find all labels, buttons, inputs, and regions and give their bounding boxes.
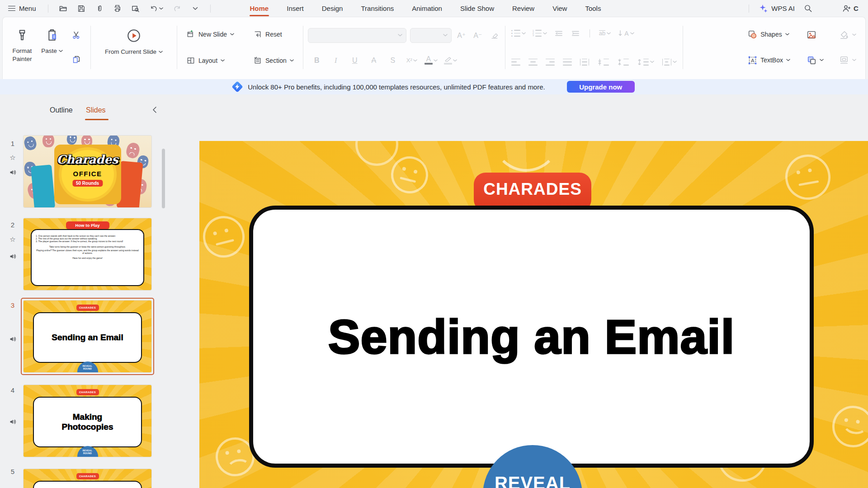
tab-design[interactable]: Design <box>315 0 350 17</box>
increase-indent-button[interactable] <box>569 28 582 39</box>
divider <box>90 26 91 69</box>
search-icon <box>804 4 812 13</box>
tab-outline[interactable]: Outline <box>50 106 73 114</box>
undo-button[interactable] <box>147 2 166 15</box>
thumb1-subtitle: OFFICE <box>24 170 151 178</box>
text-orientation-button[interactable]: A <box>616 28 635 38</box>
chevron-down-icon <box>820 59 824 61</box>
line-spacing-button[interactable] <box>636 57 656 67</box>
chevron-down-icon <box>159 51 163 53</box>
save-button[interactable] <box>75 2 88 15</box>
current-slide[interactable]: CHARADES Sending an Email REVEAL <box>199 141 868 488</box>
chevron-down-icon <box>673 61 677 63</box>
slide-thumbnail-2[interactable]: How to Play 1. One person stands with th… <box>24 218 151 290</box>
print-preview-icon <box>131 4 140 13</box>
distribute-icon <box>580 59 589 66</box>
tab-animation[interactable]: Animation <box>405 0 449 17</box>
animation-star-icon: ☆ <box>7 236 18 243</box>
tab-home[interactable]: Home <box>243 0 276 17</box>
cut-button[interactable] <box>69 28 84 42</box>
undo-icon <box>150 5 158 13</box>
align-center-button[interactable] <box>527 57 539 67</box>
slide-thumbnail-3[interactable]: CHARADES Sending an Email REVEAL ROUND <box>24 300 151 372</box>
font-size-select[interactable] <box>410 28 452 43</box>
divider <box>210 5 211 13</box>
account-button[interactable]: C <box>842 4 868 13</box>
distribute-button[interactable] <box>579 57 590 67</box>
slide-title-text[interactable]: Sending an Email <box>328 310 735 364</box>
tab-slides[interactable]: Slides <box>86 106 106 114</box>
superscript-button[interactable]: X² <box>406 54 418 67</box>
search-button[interactable] <box>801 2 815 15</box>
divider <box>590 29 590 38</box>
align-left-button[interactable] <box>510 57 522 67</box>
export-button[interactable] <box>93 2 106 15</box>
superscript-glyph: X² <box>406 57 412 64</box>
tab-view[interactable]: View <box>546 0 574 17</box>
bullets-button[interactable]: ••• <box>510 28 527 38</box>
indent-icon <box>571 29 580 38</box>
decrease-indent-button[interactable] <box>552 28 565 39</box>
align-right-button[interactable] <box>544 57 556 67</box>
format-painter-button[interactable]: FormatPainter <box>7 23 37 71</box>
promo-text: Unlock 80+ Pro benefits, including 100,0… <box>248 83 545 91</box>
tab-slide-show[interactable]: Slide Show <box>453 0 501 17</box>
paste-button[interactable]: Paste <box>37 23 67 71</box>
tab-review[interactable]: Review <box>505 0 541 17</box>
copy-button[interactable] <box>69 53 84 66</box>
wps-ai-button[interactable]: WPS AI <box>759 4 795 13</box>
slide-thumbnail-5[interactable]: CHARADES <box>24 469 151 488</box>
shape-fill-button[interactable] <box>836 28 859 42</box>
clear-format-button[interactable] <box>488 29 500 42</box>
collapse-panel-button[interactable] <box>149 104 160 115</box>
tab-transitions[interactable]: Transitions <box>354 0 401 17</box>
numbering-button[interactable]: 123 <box>531 28 548 38</box>
decrease-font-button[interactable]: A⁻ <box>472 29 484 42</box>
text-direction-button[interactable]: ab <box>598 29 612 38</box>
tab-tools[interactable]: Tools <box>578 0 608 17</box>
thumb5-title-box <box>33 481 142 488</box>
print-preview-button[interactable] <box>129 2 142 15</box>
from-current-slide-button[interactable]: From Current Slide <box>95 23 172 71</box>
upgrade-now-button[interactable]: Upgrade now <box>567 81 635 93</box>
shape-outline-button[interactable] <box>836 53 859 67</box>
new-slide-button[interactable]: New Slide <box>184 28 237 41</box>
textbox-button[interactable]: A TextBox <box>745 54 793 67</box>
open-file-button[interactable] <box>57 2 70 15</box>
collapse-toolbar-button[interactable] <box>189 2 202 15</box>
section-icon <box>253 56 262 65</box>
justify-button[interactable] <box>561 57 573 67</box>
font-color-button[interactable]: A <box>425 54 438 67</box>
italic-button[interactable]: I <box>330 54 342 67</box>
underline-button[interactable]: U <box>349 54 361 67</box>
title-box[interactable]: Sending an Email <box>249 206 814 468</box>
redo-button[interactable] <box>170 2 184 15</box>
highlight-button[interactable] <box>444 54 457 67</box>
bold-button[interactable]: B <box>311 54 323 67</box>
main-menu-button[interactable]: Menu <box>6 2 40 15</box>
tab-insert[interactable]: Insert <box>280 0 311 17</box>
thumb4-title: Making Photocopies <box>52 412 124 432</box>
arrange-button[interactable] <box>804 53 826 67</box>
section-button[interactable]: Section <box>250 54 297 67</box>
picture-icon <box>807 30 816 40</box>
layout-button[interactable]: Layout <box>184 54 237 67</box>
panel-scrollbar[interactable] <box>162 149 165 208</box>
decrease-para-spacing-button[interactable] <box>616 57 630 67</box>
font-name-select[interactable] <box>308 28 406 43</box>
shapes-button[interactable]: Shapes <box>745 28 793 41</box>
slide-number-3: 3 <box>7 301 18 309</box>
vertical-align-button[interactable] <box>661 57 678 67</box>
slide-thumbnail-4[interactable]: CHARADES Making Photocopies REVEAL ROUND <box>24 385 151 457</box>
insert-picture-button[interactable] <box>804 28 826 42</box>
char-spacing-button[interactable]: A <box>368 54 380 67</box>
workspace: Outline Slides 1 ☆ 2 ☆ 3 4 5 <box>0 94 868 488</box>
print-button[interactable] <box>111 2 124 15</box>
increase-font-button[interactable]: A⁺ <box>455 29 468 42</box>
new-slide-icon <box>186 30 195 39</box>
strikethrough-button[interactable]: S <box>387 54 399 67</box>
reset-button[interactable]: Reset <box>250 28 297 41</box>
smiley-face-decoration <box>830 403 868 450</box>
slide-thumbnail-1[interactable]: Charades OFFICE 50 Rounds <box>24 136 151 207</box>
increase-para-spacing-button[interactable] <box>596 57 610 67</box>
